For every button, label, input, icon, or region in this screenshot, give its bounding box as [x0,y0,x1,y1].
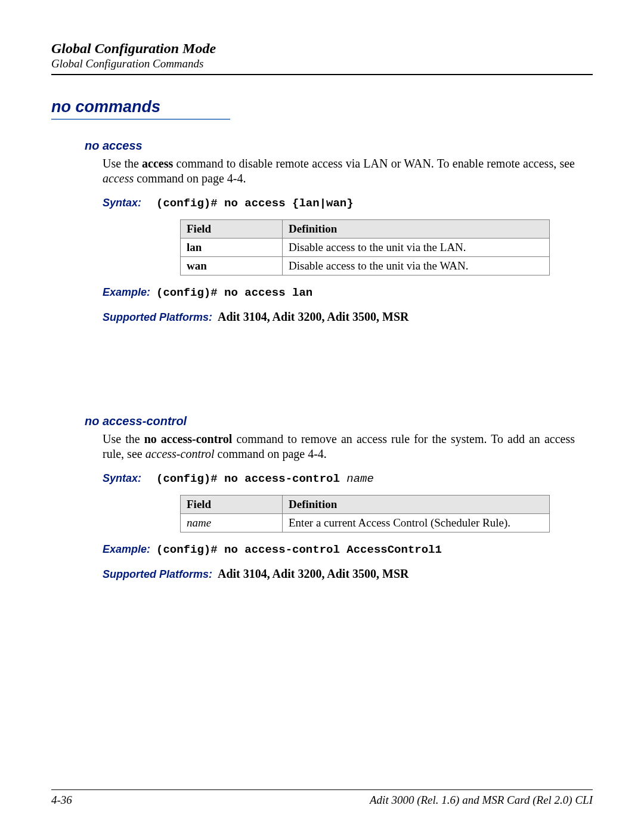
footer-rule [51,789,593,790]
col-field: Field [181,220,283,239]
h1-no-commands: no commands [51,98,230,120]
h2-no-access: no access [85,139,593,153]
example-code: (config)# no access-control AccessContro… [156,543,442,556]
text: Use the [103,432,144,445]
ref-italic: access [103,172,134,185]
text: command on page 4-4. [215,447,327,460]
fields-table: Field Definition name Enter a current Ac… [180,495,550,532]
header-rule [51,74,593,75]
page-number: 4-36 [51,794,72,807]
example-label: Example: [103,286,153,299]
syntax-row: Syntax: (config)# no access-control name [103,472,575,485]
platforms-row: Supported Platforms: Adit 3104, Adit 320… [103,310,575,324]
table-header-row: Field Definition [181,496,550,514]
syntax-row: Syntax: (config)# no access {lan|wan} [103,197,575,210]
col-field: Field [181,496,283,514]
field-def: Enter a current Access Control (Schedule… [283,514,550,532]
header-subtitle: Global Configuration Commands [51,57,593,70]
command-name: no access-control [144,432,233,445]
page-footer: 4-36 Adit 3000 (Rel. 1.6) and MSR Card (… [51,789,593,807]
table-row: name Enter a current Access Control (Sch… [181,514,550,532]
text: command to disable remote access via LAN… [173,157,575,170]
example-row: Example: (config)# no access lan [103,286,575,299]
field-def: Disable access to the unit via the LAN. [283,239,550,257]
intro-paragraph: Use the no access-control command to rem… [103,432,575,462]
intro-paragraph: Use the access command to disable remote… [103,156,575,186]
h2-no-access-control: no access-control [85,414,593,428]
platforms-label: Supported Platforms: [103,568,212,581]
syntax-label: Syntax: [103,197,153,209]
example-code: (config)# no access lan [156,286,312,299]
syntax-arg: name [346,472,374,485]
header-title: Global Configuration Mode [51,41,593,56]
text: command on page 4-4. [134,172,246,185]
footer-doc-title: Adit 3000 (Rel. 1.6) and MSR Card (Rel 2… [370,794,593,807]
field-name: name [181,514,283,532]
example-row: Example: (config)# no access-control Acc… [103,543,575,556]
platforms-value: Adit 3104, Adit 3200, Adit 3500, MSR [215,567,409,580]
ref-italic: access-control [145,447,215,460]
table-row: lan Disable access to the unit via the L… [181,239,550,257]
table-header-row: Field Definition [181,220,550,239]
col-definition: Definition [283,496,550,514]
page-header: Global Configuration Mode Global Configu… [51,41,593,75]
section-no-access-control: no access-control Use the no access-cont… [85,414,593,581]
table-row: wan Disable access to the unit via the W… [181,257,550,275]
spacer [51,324,593,395]
field-def: Disable access to the unit via the WAN. [283,257,550,275]
syntax-code: (config)# no access {lan|wan} [156,197,354,210]
col-definition: Definition [283,220,550,239]
syntax-label: Syntax: [103,472,153,485]
example-label: Example: [103,543,153,556]
platforms-label: Supported Platforms: [103,311,212,324]
platforms-value: Adit 3104, Adit 3200, Adit 3500, MSR [215,310,409,323]
syntax-code: (config)# no access-control [156,472,346,485]
document-page: Global Configuration Mode Global Configu… [0,0,644,833]
text: Use the [103,157,142,170]
field-name: lan [181,239,283,257]
command-name: access [142,157,173,170]
text: Adit 3104, Adit 3200, Adit 3500, MSR [218,310,409,323]
section-no-access: no access Use the access command to disa… [85,139,593,324]
platforms-row: Supported Platforms: Adit 3104, Adit 320… [103,567,575,581]
field-name: wan [181,257,283,275]
footer-row: 4-36 Adit 3000 (Rel. 1.6) and MSR Card (… [51,794,593,807]
fields-table: Field Definition lan Disable access to t… [180,219,550,275]
text: Adit 3104, Adit 3200, Adit 3500, MSR [218,567,409,580]
